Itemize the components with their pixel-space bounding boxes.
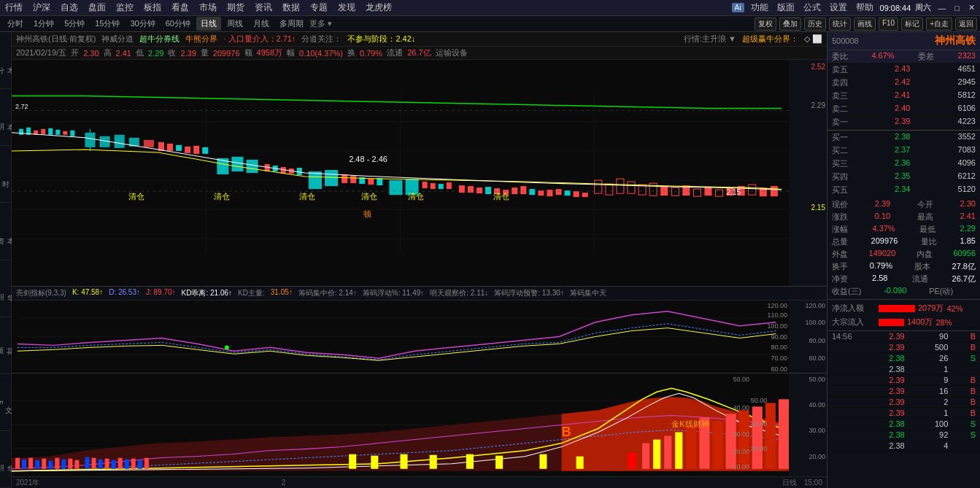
maximize-btn[interactable]: □ [952, 4, 962, 12]
price-level-215: 2.15 [811, 203, 825, 211]
svg-text:50.00: 50.00 [751, 397, 768, 404]
menu-hushen[interactable]: 沪深 [31, 1, 53, 14]
svg-rect-44 [389, 180, 402, 195]
tab-weekly[interactable]: 周线 [223, 17, 247, 31]
menu-market[interactable]: 市场 [197, 1, 219, 14]
buy2-vol: 7083 [939, 145, 976, 156]
tab-1min[interactable]: 1分钟 [29, 17, 58, 31]
trade-row: 2.39 2 B [827, 397, 980, 408]
menu-dragon[interactable]: 龙虎榜 [363, 1, 394, 14]
trade-vol-8: 1 [922, 408, 948, 417]
sidebar-donghua2: 东华胆略 [0, 431, 11, 488]
menu-formula[interactable]: 公式 [801, 1, 823, 14]
tab-monthly[interactable]: 月线 [249, 17, 274, 31]
high-val: 2.41 [960, 212, 976, 222]
flownet-bar [879, 305, 915, 312]
trade-time-4 [832, 365, 861, 373]
buy1-vol: 3552 [939, 132, 976, 143]
stock-name: 神州高铁 [935, 34, 976, 47]
menu-index[interactable]: 板指 [142, 1, 163, 14]
trade-price-3: 2.38 [879, 354, 905, 363]
svg-rect-40 [350, 176, 356, 183]
kd-chart-section: 120.00 110.00 100.00 90.00 80.00 70.00 6… [12, 301, 827, 373]
btn-draw[interactable]: 画线 [854, 18, 876, 31]
btn-stats[interactable]: 统计 [829, 18, 851, 31]
right-panel: 500008 神州高铁 委比 4.67% 委差 2323 卖五 2.43 465… [827, 32, 980, 488]
change-abs: 0.10 [875, 212, 890, 222]
menu-monitor[interactable]: 监控 [114, 1, 136, 14]
sell3-price: 2.41 [881, 90, 911, 101]
stock-full-name: 神州高铁(日线·前复权) [16, 34, 96, 44]
sell-order-4: 卖四 2.42 2945 [827, 77, 980, 90]
todayopen-label: 今开 [917, 199, 933, 210]
svg-text:金K线财神: 金K线财神 [671, 420, 709, 429]
btn-f10[interactable]: F10 [879, 18, 898, 31]
svg-rect-26 [185, 147, 190, 153]
buy4-vol: 6212 [939, 171, 976, 182]
tab-fenshi[interactable]: 分时 [3, 17, 28, 31]
tab-15min[interactable]: 15分钟 [90, 17, 124, 31]
zhongma-day-label: 筹码集中天 [570, 288, 606, 298]
btn-fuquan[interactable]: 复权 [755, 18, 776, 31]
sidebar-position: 成本明细 [0, 89, 11, 146]
menu-news[interactable]: 资讯 [252, 1, 274, 14]
trade-vol-3: 26 [922, 354, 948, 363]
minimize-btn[interactable]: — [935, 4, 948, 12]
menu-data[interactable]: 数据 [280, 1, 302, 14]
price-level-252: 2.52 [811, 63, 825, 71]
candlestick-chart: 2.48 - 2.46 2.15 2.72 顿 [12, 60, 789, 286]
sell5-label: 卖五 [832, 64, 852, 75]
vol-y-30: 30.00 [733, 430, 749, 438]
tab-60min[interactable]: 60分钟 [161, 17, 195, 31]
svg-rect-50 [459, 185, 465, 193]
menu-market-board[interactable]: 看盘 [169, 1, 191, 14]
menu-function[interactable]: 功能 [749, 1, 771, 14]
pct-label: 涨幅 [832, 224, 848, 235]
buy3-vol: 4096 [939, 158, 976, 169]
netasset-label: 净资 [832, 274, 848, 284]
btn-history[interactable]: 历史 [804, 18, 826, 31]
menu-quotes[interactable]: 行情 [3, 1, 25, 14]
menu-layout[interactable]: 版面 [775, 1, 797, 14]
tab-more[interactable]: 更多 ▾ [309, 18, 332, 29]
btn-mark[interactable]: 标记 [901, 18, 923, 31]
order-divider [827, 130, 980, 131]
menu-watchlist[interactable]: 自选 [58, 1, 80, 14]
btn-autowalk[interactable]: +自走 [926, 18, 952, 31]
flowbulk-pct: 28% [935, 318, 952, 327]
tab-30min[interactable]: 30分钟 [126, 17, 160, 31]
buy-order-1: 买一 2.38 3552 [827, 131, 980, 144]
svg-rect-57 [520, 186, 526, 194]
kd-y-100: 100.00 [767, 322, 787, 330]
menu-help[interactable]: 帮助 [854, 1, 876, 14]
ai-icon[interactable]: Ai [732, 3, 744, 12]
super-line: 超牛分券线 [139, 34, 180, 44]
chart-info-bar1: 神州高铁(日线·前复权) 神威分道 超牛分券线 牛熊分界 · 入口量介入：2.7… [12, 32, 827, 47]
svg-rect-95 [15, 458, 20, 469]
close-btn[interactable]: ✕ [966, 3, 977, 12]
menu-special[interactable]: 专题 [308, 1, 330, 14]
flowbulk-bar [879, 319, 904, 326]
svg-rect-108 [105, 459, 109, 469]
svg-rect-30 [231, 157, 243, 171]
buy1-price: 2.38 [881, 132, 911, 143]
buy5-label: 买五 [832, 185, 852, 195]
svg-rect-131 [726, 414, 736, 468]
buy4-price: 2.35 [881, 171, 911, 182]
svg-rect-28 [202, 147, 208, 154]
buy3-price: 2.36 [881, 158, 911, 169]
menu-futures[interactable]: 期货 [225, 1, 247, 14]
menu-board[interactable]: 盘面 [86, 1, 108, 14]
btn-dieja[interactable]: 叠加 [779, 18, 801, 31]
tab-multiperiod[interactable]: 多周期 [275, 17, 308, 31]
buy2-label: 买二 [832, 145, 852, 156]
tab-daily[interactable]: 日线 [196, 17, 221, 31]
sector-label: 运输设备 [436, 47, 468, 58]
btn-return[interactable]: 返回 [955, 18, 977, 31]
buy1-label: 买一 [832, 132, 852, 143]
menu-discover[interactable]: 发现 [336, 1, 358, 14]
tab-5min[interactable]: 5分钟 [60, 17, 89, 31]
high-val: 2.41 [116, 49, 131, 58]
menu-settings[interactable]: 设置 [827, 1, 849, 14]
amp-val: 0.10(4.37%) [299, 49, 343, 58]
